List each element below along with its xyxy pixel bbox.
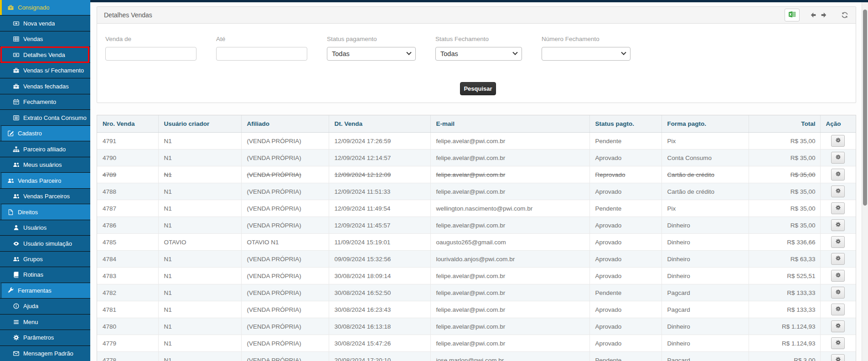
sidebar-item-extrato-conta-consumo[interactable]: Extrato Conta Consumo xyxy=(0,109,90,125)
cell-afiliado: (VENDA PRÓPRIA) xyxy=(241,133,329,150)
row-actions-button[interactable] xyxy=(831,169,845,180)
banknote-icon xyxy=(13,52,20,58)
cell-dt-venda: 12/09/2024 11:51:33 xyxy=(329,183,430,200)
cell-afiliado: (VENDA PRÓPRIA) xyxy=(241,150,329,166)
sidebar-item-direitos[interactable]: Direitos xyxy=(0,204,90,219)
sidebar-item-parceiro-afiliado[interactable]: Parceiro afiliado xyxy=(0,141,90,156)
cell-nro-venda: 4782 xyxy=(97,284,158,301)
gear-icon xyxy=(835,289,841,296)
cell-dt-venda: 11/09/2024 15:19:01 xyxy=(329,234,430,251)
cell-afiliado: (VENDA PRÓPRIA) xyxy=(241,318,329,335)
cell-status-pagto: Aprovado xyxy=(589,318,661,335)
sidebar-item-fechamento[interactable]: Fechamento xyxy=(0,94,90,109)
sidebar-item-label: Parceiro afiliado xyxy=(23,146,66,153)
cell-usuario-criador: N1 xyxy=(158,166,241,183)
cell-e-mail: felipe.avelar@pwi.com.br xyxy=(430,268,589,284)
sidebar-item-parametros[interactable]: Parâmetros xyxy=(0,330,90,345)
gear-icon xyxy=(835,137,841,144)
cell-status-pagto: Pendente xyxy=(589,284,661,301)
cell-afiliado: (VENDA PRÓPRIA) xyxy=(241,200,329,217)
row-actions-button[interactable] xyxy=(831,236,845,248)
refresh-icon[interactable] xyxy=(841,11,848,19)
excel-export-button[interactable] xyxy=(785,9,800,21)
sidebar-item-mensagem-padrao[interactable]: Mensagem Padrão xyxy=(0,346,90,361)
gear-icon xyxy=(835,255,841,263)
sidebar-item-detalhes-venda[interactable]: Detalhes Venda xyxy=(0,46,90,62)
cell-e-mail: lourivaldo.anjos@pwi.com.br xyxy=(430,251,589,268)
cell-total: R$ 1.124,93 xyxy=(749,318,820,335)
panel-title: Detalhes Vendas xyxy=(104,11,152,19)
gear-icon xyxy=(835,154,841,161)
row-actions-button[interactable] xyxy=(831,202,845,214)
next-arrow-icon[interactable] xyxy=(820,11,827,19)
vertical-scrollbar[interactable] xyxy=(862,2,868,361)
sidebar-item-label: Extrato Conta Consumo xyxy=(23,114,87,121)
cell-acao xyxy=(820,284,856,301)
cell-afiliado: (VENDA PRÓPRIA) xyxy=(241,301,329,318)
briefcase-icon xyxy=(7,4,14,11)
row-actions-button[interactable] xyxy=(831,135,845,147)
row-actions-button[interactable] xyxy=(831,253,845,265)
sidebar-item-usuario-simulacao[interactable]: Usuário simulação xyxy=(0,235,90,251)
status-fechamento-select[interactable]: Todas xyxy=(435,47,522,61)
cell-total: R$ 133,33 xyxy=(749,301,820,318)
cell-dt-venda: 30/08/2024 16:52:50 xyxy=(329,284,430,301)
gear-icon xyxy=(835,188,841,195)
sidebar-item-nova-venda[interactable]: Nova venda xyxy=(0,15,90,31)
row-actions-button[interactable] xyxy=(831,320,845,332)
sidebar-item-vendas[interactable]: Vendas xyxy=(0,31,90,46)
sidebar-item-menu[interactable]: Menu xyxy=(0,314,90,330)
row-actions-button[interactable] xyxy=(831,337,845,349)
cell-dt-venda: 30/08/2024 15:47:26 xyxy=(329,335,430,352)
prev-arrow-icon[interactable] xyxy=(810,11,817,19)
numero-fechamento-select[interactable] xyxy=(542,47,630,61)
sidebar-item-vendas-parceiros[interactable]: Vendas Parceiros xyxy=(0,188,90,204)
table-icon xyxy=(13,36,20,42)
row-actions-button[interactable] xyxy=(831,354,845,361)
sidebar-item-consignado[interactable]: Consignado xyxy=(0,0,90,15)
sidebar-item-label: Ajuda xyxy=(23,303,38,309)
eye-icon xyxy=(13,240,20,247)
sidebar-item-vendas-parceiro[interactable]: Vendas Parceiro xyxy=(0,172,90,188)
gear-icon xyxy=(835,222,841,229)
table-row-4783: 4783N1(VENDA PRÓPRIA)30/08/2024 18:09:14… xyxy=(97,268,856,284)
sidebar-item-ferramentas[interactable]: Ferramentas xyxy=(0,283,90,298)
search-button[interactable]: Pesquisar xyxy=(460,82,496,95)
sidebar-item-vendas-fechadas[interactable]: Vendas fechadas xyxy=(0,78,90,93)
row-actions-button[interactable] xyxy=(831,287,845,299)
column-header-nro-venda: Nro. Venda xyxy=(97,115,158,133)
sidebar-item-rotinas[interactable]: Rotinas xyxy=(0,267,90,282)
row-actions-button[interactable] xyxy=(831,186,845,197)
cell-nro-venda: 4783 xyxy=(97,268,158,284)
cell-status-pagto: Aprovado xyxy=(589,268,661,284)
sales-table-container: Nro. VendaUsuário criadorAfiliadoDt. Ven… xyxy=(97,115,856,361)
filter-label: Venda de xyxy=(105,36,196,42)
row-actions-button[interactable] xyxy=(831,152,845,164)
venda-de-input[interactable] xyxy=(105,47,196,61)
sidebar-item-meus-usuarios[interactable]: Meus usuários xyxy=(0,157,90,172)
edit-icon xyxy=(7,130,14,137)
sales-details-panel: Detalhes Vendas Venda deAtéStatus pagame… xyxy=(97,6,856,103)
status-pagamento-select[interactable]: Todas xyxy=(327,47,416,61)
book-icon xyxy=(13,271,20,278)
users-icon xyxy=(7,177,14,184)
row-actions-button[interactable] xyxy=(831,270,845,282)
scrollbar-thumb[interactable] xyxy=(863,10,867,206)
table-row-4780: 4780N1(VENDA PRÓPRIA)30/08/2024 16:13:18… xyxy=(97,318,856,335)
sidebar-item-label: Cadastro xyxy=(18,130,42,137)
ate-input[interactable] xyxy=(216,47,307,61)
row-actions-button[interactable] xyxy=(831,219,845,231)
cell-total: R$ 35,00 xyxy=(749,166,820,183)
sidebar-item-usuarios[interactable]: Usuários xyxy=(0,220,90,235)
cell-acao xyxy=(820,318,856,335)
cell-acao xyxy=(820,133,856,150)
sidebar-item-ajuda[interactable]: Ajuda xyxy=(0,298,90,314)
sidebar-item-vendas-s-fechamento[interactable]: Vendas s/ Fechamento xyxy=(0,62,90,78)
row-actions-button[interactable] xyxy=(831,304,845,315)
sidebar-item-cadastro[interactable]: Cadastro xyxy=(0,125,90,141)
table-body: 4791N1(VENDA PRÓPRIA)12/09/2024 17:26:59… xyxy=(97,133,856,361)
briefcase-icon xyxy=(13,67,20,74)
sidebar-item-grupos[interactable]: Grupos xyxy=(0,251,90,267)
table-header-row: Nro. VendaUsuário criadorAfiliadoDt. Ven… xyxy=(97,115,856,133)
cell-acao xyxy=(820,251,856,268)
